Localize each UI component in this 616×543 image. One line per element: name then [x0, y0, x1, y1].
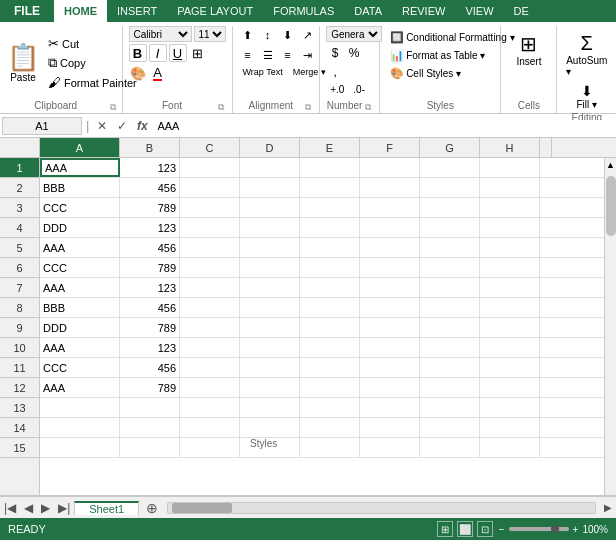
- new-sheet-button[interactable]: ⊕: [141, 500, 163, 516]
- row-header-11[interactable]: 11: [0, 358, 39, 378]
- page-break-view-btn[interactable]: ⊡: [477, 521, 493, 537]
- orientation-button[interactable]: ↗: [299, 26, 317, 44]
- zoom-out-btn[interactable]: −: [499, 524, 505, 535]
- zoom-slider[interactable]: [509, 527, 569, 531]
- row-header-6[interactable]: 6: [0, 258, 39, 278]
- col-header-A[interactable]: A: [40, 138, 120, 157]
- cell-F14[interactable]: [360, 418, 420, 437]
- h-scrollbar-thumb[interactable]: [172, 503, 232, 513]
- cell-E9[interactable]: [300, 318, 360, 337]
- cell-C1[interactable]: [180, 158, 240, 177]
- row-header-5[interactable]: 5: [0, 238, 39, 258]
- cell-H3[interactable]: [480, 198, 540, 217]
- cell-C8[interactable]: [180, 298, 240, 317]
- cell-F7[interactable]: [360, 278, 420, 297]
- cell-A13[interactable]: [40, 398, 120, 417]
- cell-F15[interactable]: [360, 438, 420, 457]
- cell-D12[interactable]: [240, 378, 300, 397]
- cell-B6[interactable]: 789: [120, 258, 180, 277]
- cell-F2[interactable]: [360, 178, 420, 197]
- cell-A7[interactable]: AAA: [40, 278, 120, 297]
- align-right-button[interactable]: ≡: [279, 46, 297, 64]
- align-top-button[interactable]: ⬆: [239, 26, 257, 44]
- currency-button[interactable]: $: [326, 44, 344, 62]
- cell-F3[interactable]: [360, 198, 420, 217]
- cell-F13[interactable]: [360, 398, 420, 417]
- cell-D8[interactable]: [240, 298, 300, 317]
- cell-B11[interactable]: 456: [120, 358, 180, 377]
- row-header-13[interactable]: 13: [0, 398, 39, 418]
- cell-E10[interactable]: [300, 338, 360, 357]
- align-left-button[interactable]: ≡: [239, 46, 257, 64]
- cell-A12[interactable]: AAA: [40, 378, 120, 397]
- cell-B8[interactable]: 456: [120, 298, 180, 317]
- cell-G14[interactable]: [420, 418, 480, 437]
- scrollbar-thumb[interactable]: [606, 176, 616, 236]
- cell-C11[interactable]: [180, 358, 240, 377]
- wrap-text-button[interactable]: Wrap Text: [239, 66, 287, 78]
- vertical-scrollbar[interactable]: ▲: [604, 158, 616, 495]
- indent-button[interactable]: ⇥: [299, 46, 317, 64]
- insert-cells-button[interactable]: ⊞ Insert: [512, 30, 545, 69]
- cell-D6[interactable]: [240, 258, 300, 277]
- cell-D15[interactable]: [240, 438, 300, 457]
- cell-C13[interactable]: [180, 398, 240, 417]
- col-header-C[interactable]: C: [180, 138, 240, 157]
- scroll-up-btn[interactable]: ▲: [605, 158, 617, 172]
- col-header-E[interactable]: E: [300, 138, 360, 157]
- cell-H1[interactable]: [480, 158, 540, 177]
- cell-styles-button[interactable]: 🎨 Cell Styles ▾: [386, 66, 465, 81]
- cell-C7[interactable]: [180, 278, 240, 297]
- row-header-1[interactable]: 1: [0, 158, 39, 178]
- col-header-D[interactable]: D: [240, 138, 300, 157]
- cell-E6[interactable]: [300, 258, 360, 277]
- cell-C2[interactable]: [180, 178, 240, 197]
- cell-B10[interactable]: 123: [120, 338, 180, 357]
- align-middle-button[interactable]: ↕: [259, 26, 277, 44]
- cell-D3[interactable]: [240, 198, 300, 217]
- percent-button[interactable]: %: [345, 44, 363, 62]
- bold-button[interactable]: B: [129, 44, 147, 62]
- cell-A2[interactable]: BBB: [40, 178, 120, 197]
- cell-B4[interactable]: 123: [120, 218, 180, 237]
- tab-view[interactable]: VIEW: [455, 0, 503, 22]
- clipboard-expand[interactable]: ⧉: [108, 102, 118, 113]
- cell-D1[interactable]: [240, 158, 300, 177]
- font-name-select[interactable]: Calibri: [129, 26, 192, 42]
- row-header-10[interactable]: 10: [0, 338, 39, 358]
- cell-H7[interactable]: [480, 278, 540, 297]
- format-as-table-button[interactable]: 📊 Format as Table ▾: [386, 48, 489, 63]
- cell-B15[interactable]: [120, 438, 180, 457]
- cell-A11[interactable]: CCC: [40, 358, 120, 377]
- row-header-8[interactable]: 8: [0, 298, 39, 318]
- row-header-7[interactable]: 7: [0, 278, 39, 298]
- number-format-select[interactable]: General: [326, 26, 382, 42]
- fill-color-button[interactable]: 🎨: [129, 64, 147, 82]
- cell-H8[interactable]: [480, 298, 540, 317]
- col-header-B[interactable]: B: [120, 138, 180, 157]
- cell-B12[interactable]: 789: [120, 378, 180, 397]
- cell-G6[interactable]: [420, 258, 480, 277]
- normal-view-btn[interactable]: ⊞: [437, 521, 453, 537]
- cell-E7[interactable]: [300, 278, 360, 297]
- cell-H11[interactable]: [480, 358, 540, 377]
- file-tab[interactable]: FILE: [0, 0, 54, 22]
- cell-A14[interactable]: [40, 418, 120, 437]
- cell-H14[interactable]: [480, 418, 540, 437]
- cell-E15[interactable]: [300, 438, 360, 457]
- cell-C3[interactable]: [180, 198, 240, 217]
- sheet-tab-sheet1[interactable]: Sheet1: [74, 501, 139, 515]
- col-header-H[interactable]: H: [480, 138, 540, 157]
- number-expand[interactable]: ⧉: [363, 102, 373, 113]
- cell-G5[interactable]: [420, 238, 480, 257]
- autosum-button[interactable]: Σ AutoSum ▾: [562, 30, 611, 79]
- tab-formulas[interactable]: FORMULAS: [263, 0, 344, 22]
- cell-D11[interactable]: [240, 358, 300, 377]
- row-header-12[interactable]: 12: [0, 378, 39, 398]
- cell-B13[interactable]: [120, 398, 180, 417]
- tab-review[interactable]: REVIEW: [392, 0, 455, 22]
- row-header-4[interactable]: 4: [0, 218, 39, 238]
- cell-G11[interactable]: [420, 358, 480, 377]
- cell-E13[interactable]: [300, 398, 360, 417]
- cell-E12[interactable]: [300, 378, 360, 397]
